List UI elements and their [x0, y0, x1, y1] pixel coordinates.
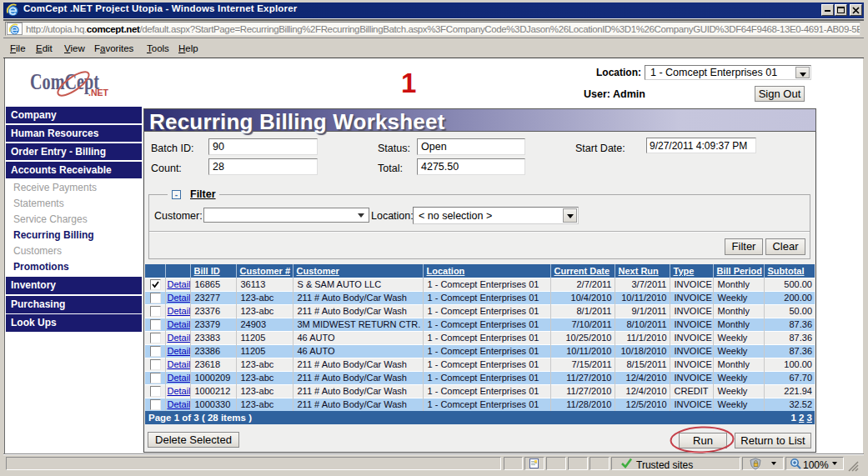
svg-text:.NET: .NET [88, 88, 109, 98]
